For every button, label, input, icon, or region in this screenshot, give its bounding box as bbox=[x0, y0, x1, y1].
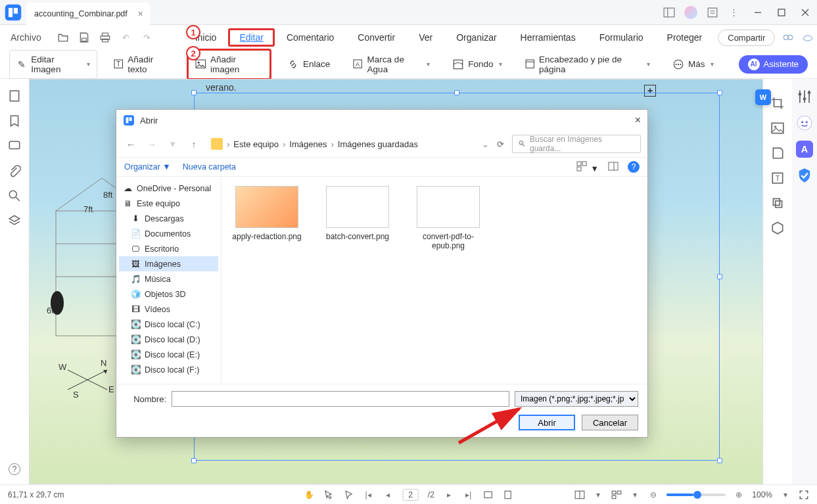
file-item[interactable]: convert-pdf-to-epub.png bbox=[412, 186, 484, 250]
link-cloud-icon[interactable] bbox=[801, 31, 814, 44]
thumbnails-icon[interactable] bbox=[611, 490, 622, 500]
nav-up-button[interactable]: ↑ bbox=[186, 139, 202, 150]
preview-pane-icon[interactable] bbox=[608, 162, 619, 173]
page-number-input[interactable]: 2 bbox=[402, 489, 419, 501]
crop-icon[interactable] bbox=[770, 96, 785, 110]
layout-dropdown-icon[interactable]: ▾ bbox=[630, 490, 640, 500]
print-icon[interactable] bbox=[99, 32, 111, 43]
zoom-slider[interactable] bbox=[666, 493, 726, 496]
comment-icon[interactable] bbox=[8, 139, 21, 152]
ai-assistant-button[interactable]: AI Asistente bbox=[739, 55, 808, 74]
open-button[interactable]: Abrir bbox=[519, 415, 575, 430]
tree-node[interactable]: 🖼Imágenes bbox=[119, 256, 218, 271]
nav-forward-button[interactable]: → bbox=[144, 139, 160, 150]
note-icon[interactable] bbox=[707, 7, 718, 18]
filename-input[interactable] bbox=[172, 391, 509, 407]
new-folder-button[interactable]: Nueva carpeta bbox=[183, 162, 236, 172]
cancel-button[interactable]: Cancelar bbox=[582, 415, 638, 430]
hexagon-icon[interactable] bbox=[770, 221, 785, 235]
tree-node[interactable]: ☁OneDrive - Personal bbox=[119, 181, 218, 196]
save-icon[interactable] bbox=[78, 32, 90, 43]
fullscreen-icon[interactable] bbox=[799, 490, 809, 500]
menu-ver[interactable]: Ver bbox=[407, 28, 444, 47]
attachment-icon[interactable] bbox=[8, 164, 21, 177]
menu-editar[interactable]: Editar bbox=[228, 28, 275, 47]
view-mode-icon[interactable]: ▼ bbox=[576, 161, 599, 173]
breadcrumb[interactable]: › Este equipo › Imágenes › Imágenes guar… bbox=[211, 138, 418, 150]
shield-check-icon[interactable] bbox=[796, 167, 813, 184]
fit-page-icon[interactable] bbox=[503, 490, 513, 500]
undo-icon[interactable]: ↶ bbox=[120, 32, 132, 43]
menu-organizar[interactable]: Organizar bbox=[444, 28, 508, 47]
dialog-search-input[interactable]: 🔍︎ Buscar en Imágenes guarda... bbox=[512, 135, 641, 153]
file-grid[interactable]: apply-redaction.pngbatch-convert.pngconv… bbox=[222, 177, 647, 384]
tree-node[interactable]: 💽Disco local (F:) bbox=[119, 362, 218, 377]
hand-tool-icon[interactable]: ✋ bbox=[304, 490, 314, 500]
tree-node[interactable]: 💽Disco local (D:) bbox=[119, 332, 218, 347]
tree-node[interactable]: 🎵Música bbox=[119, 271, 218, 286]
tree-node[interactable]: 🎞Vídeos bbox=[119, 302, 218, 317]
picture-icon[interactable] bbox=[770, 121, 785, 135]
menu-formulario[interactable]: Formulario bbox=[588, 28, 655, 47]
select-tool-icon[interactable] bbox=[323, 490, 334, 500]
menu-herramientas[interactable]: Herramientas bbox=[509, 28, 588, 47]
dialog-help-icon[interactable]: ? bbox=[628, 161, 640, 173]
tree-node[interactable]: 🖵Escritorio bbox=[119, 241, 218, 256]
first-page-icon[interactable]: |◂ bbox=[363, 490, 373, 500]
share-button[interactable]: Compartir bbox=[718, 30, 775, 46]
watermark-button[interactable]: A Marca de Agua ▾ bbox=[346, 51, 436, 78]
tree-node[interactable]: 💽Disco local (C:) bbox=[119, 317, 218, 332]
more-button[interactable]: Más ▾ bbox=[666, 55, 720, 74]
add-text-button[interactable]: T Añadir texto bbox=[106, 51, 178, 78]
zoom-dropdown-icon[interactable]: ▾ bbox=[780, 490, 791, 500]
crumb-0[interactable]: Este equipo bbox=[233, 139, 279, 149]
refresh-icon[interactable]: ⟳ bbox=[497, 139, 504, 149]
menu-convertir[interactable]: Convertir bbox=[346, 28, 407, 47]
user-avatar-icon[interactable] bbox=[684, 6, 697, 19]
file-item[interactable]: batch-convert.png bbox=[321, 186, 394, 241]
textbox-icon[interactable]: T bbox=[770, 171, 785, 185]
document-tab[interactable]: accounting_Combinar.pdf × bbox=[26, 3, 150, 25]
tree-node[interactable]: 💽Disco local (E:) bbox=[119, 347, 218, 362]
menu-comentario[interactable]: Comentario bbox=[275, 28, 346, 47]
organize-menu[interactable]: Organizar ▼ bbox=[124, 162, 171, 172]
layout-mode-icon[interactable]: ▾ bbox=[593, 490, 603, 500]
open-icon[interactable] bbox=[57, 32, 69, 43]
background-button[interactable]: Fondo ▾ bbox=[446, 55, 508, 74]
prev-page-icon[interactable]: ◂ bbox=[383, 490, 393, 500]
search-rail-icon[interactable] bbox=[8, 189, 21, 202]
zoom-out-icon[interactable]: ⊖ bbox=[648, 490, 659, 500]
next-page-icon[interactable]: ▸ bbox=[444, 490, 454, 500]
crumb-2[interactable]: Imágenes guardadas bbox=[338, 139, 418, 149]
tree-node[interactable]: 🧊Objetos 3D bbox=[119, 286, 218, 302]
cloud-sync-icon[interactable] bbox=[782, 31, 795, 44]
apps-icon[interactable]: A bbox=[796, 141, 813, 158]
layers-icon[interactable] bbox=[8, 214, 21, 227]
crumb-1[interactable]: Imágenes bbox=[289, 139, 327, 149]
help-icon[interactable]: ? bbox=[9, 463, 20, 475]
fit-width-icon[interactable] bbox=[483, 490, 494, 500]
nav-history-button[interactable]: ▾ bbox=[165, 138, 181, 150]
copy-icon[interactable] bbox=[770, 196, 785, 210]
header-footer-button[interactable]: Encabezado y pie de página ▾ bbox=[518, 51, 657, 78]
kebab-icon[interactable]: ⋮ bbox=[728, 7, 739, 18]
edit-image-button[interactable]: ✎ Editar Imagen ▾ bbox=[9, 50, 97, 79]
file-item[interactable]: apply-redaction.png bbox=[231, 186, 303, 241]
link-button[interactable]: Enlace bbox=[281, 55, 337, 74]
arrow-tool-icon[interactable] bbox=[343, 490, 354, 500]
minimize-button[interactable] bbox=[746, 1, 770, 24]
file-menu[interactable]: Archivo bbox=[11, 32, 41, 43]
nav-back-button[interactable]: ← bbox=[123, 139, 139, 150]
last-page-icon[interactable]: ▸| bbox=[463, 490, 474, 500]
menu-proteger[interactable]: Proteger bbox=[655, 28, 714, 47]
page-icon[interactable] bbox=[8, 89, 21, 103]
word-export-badge[interactable]: W bbox=[755, 89, 771, 105]
dialog-close-button[interactable]: × bbox=[635, 114, 641, 126]
sliders-icon[interactable] bbox=[796, 88, 813, 105]
file-filter-select[interactable]: Imagen (*.png;*.jpg;*.jpeg;*.jpe bbox=[515, 391, 638, 407]
tree-node[interactable]: ⬇Descargas bbox=[119, 211, 218, 226]
redo-icon[interactable]: ↷ bbox=[141, 32, 153, 43]
tree-node[interactable]: 📄Documentos bbox=[119, 226, 218, 241]
crumb-dropdown-icon[interactable]: ⌄ bbox=[482, 139, 489, 149]
close-window-button[interactable] bbox=[793, 1, 817, 24]
